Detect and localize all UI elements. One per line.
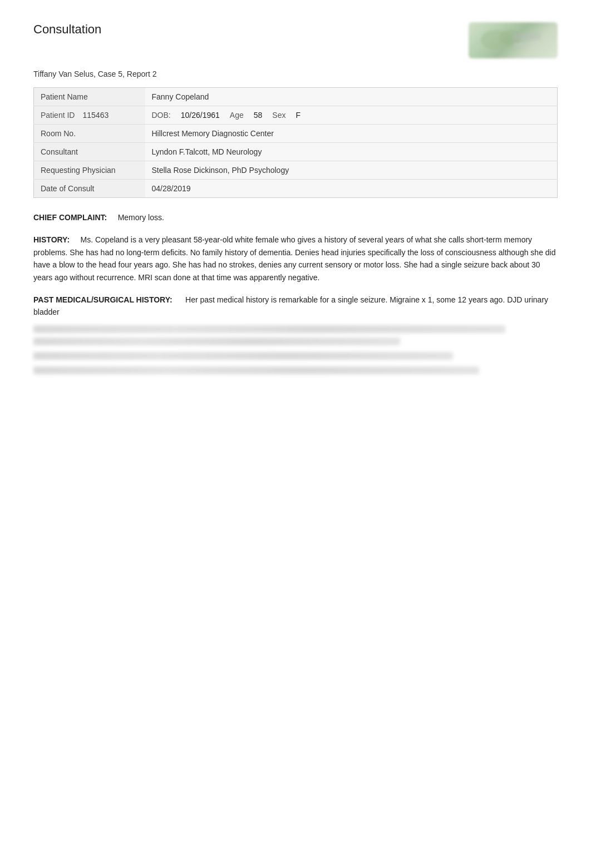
consultant-value: Lyndon F.Talcott, MD Neurology [145, 143, 558, 161]
age-value: 58 [254, 111, 263, 120]
room-value: Hillcrest Memory Diagnostic Center [145, 125, 558, 143]
requesting-value: Stella Rose Dickinson, PhD Psychology [145, 161, 558, 180]
blurred-line-1 [33, 325, 505, 333]
chief-complaint-text: CHIEF COMPLAINT: Memory loss. [33, 211, 558, 224]
patient-id-value: 115463 [82, 111, 109, 120]
page-header: Consultation [33, 22, 558, 58]
patient-id-row: Patient ID 115463 DOB: 10/26/1961 Age 58… [34, 106, 558, 125]
svg-rect-3 [513, 42, 535, 47]
date-of-consult-row: Date of Consult 04/28/2019 [34, 180, 558, 198]
history-label: HISTORY: [33, 235, 70, 244]
logo [469, 22, 558, 58]
requesting-label: Requesting Physician [34, 161, 145, 180]
svg-point-1 [499, 30, 521, 46]
patient-id-label: Patient ID [41, 111, 75, 120]
chief-complaint-label: CHIEF COMPLAINT: [33, 213, 107, 222]
consultant-row: Consultant Lyndon F.Talcott, MD Neurolog… [34, 143, 558, 161]
report-subtitle: Tiffany Van Selus, Case 5, Report 2 [33, 70, 558, 78]
past-medical-label: PAST MEDICAL/SURGICAL HISTORY: [33, 295, 173, 304]
chief-complaint-section: CHIEF COMPLAINT: Memory loss. [33, 211, 558, 224]
patient-info-table: Patient Name Fanny Copeland Patient ID 1… [33, 87, 558, 198]
sex-label: Sex [272, 111, 285, 120]
blurred-content-1 [33, 325, 558, 345]
requesting-physician-row: Requesting Physician Stella Rose Dickins… [34, 161, 558, 180]
consultant-label: Consultant [34, 143, 145, 161]
dob-label: DOB: [152, 111, 171, 120]
svg-point-0 [481, 30, 512, 50]
blurred-content-3 [33, 366, 558, 374]
date-label: Date of Consult [34, 180, 145, 198]
patient-id-cell: Patient ID 115463 [34, 106, 145, 125]
svg-rect-2 [513, 33, 541, 40]
blurred-line-2 [33, 338, 400, 345]
patient-name-row: Patient Name Fanny Copeland [34, 88, 558, 106]
dob-age-sex-cell: DOB: 10/26/1961 Age 58 Sex F [145, 106, 558, 125]
history-text: HISTORY: Ms. Copeland is a very pleasant… [33, 234, 558, 284]
dob-value: 10/26/1961 [181, 111, 220, 120]
history-section: HISTORY: Ms. Copeland is a very pleasant… [33, 234, 558, 284]
date-value: 04/28/2019 [145, 180, 558, 198]
patient-name-label: Patient Name [34, 88, 145, 106]
page-title: Consultation [33, 22, 101, 37]
chief-complaint-content: Memory loss. [118, 213, 164, 222]
history-content: Ms. Copeland is a very pleasant 58-year-… [33, 235, 556, 281]
patient-name-value: Fanny Copeland [145, 88, 558, 106]
blurred-line-4 [33, 366, 479, 374]
past-medical-text: PAST MEDICAL/SURGICAL HISTORY: Her past … [33, 294, 558, 319]
sex-value: F [296, 111, 301, 120]
room-row: Room No. Hillcrest Memory Diagnostic Cen… [34, 125, 558, 143]
blurred-line-3 [33, 352, 453, 360]
past-medical-section: PAST MEDICAL/SURGICAL HISTORY: Her past … [33, 294, 558, 374]
room-label: Room No. [34, 125, 145, 143]
blurred-content-2 [33, 352, 558, 360]
age-label: Age [230, 111, 244, 120]
